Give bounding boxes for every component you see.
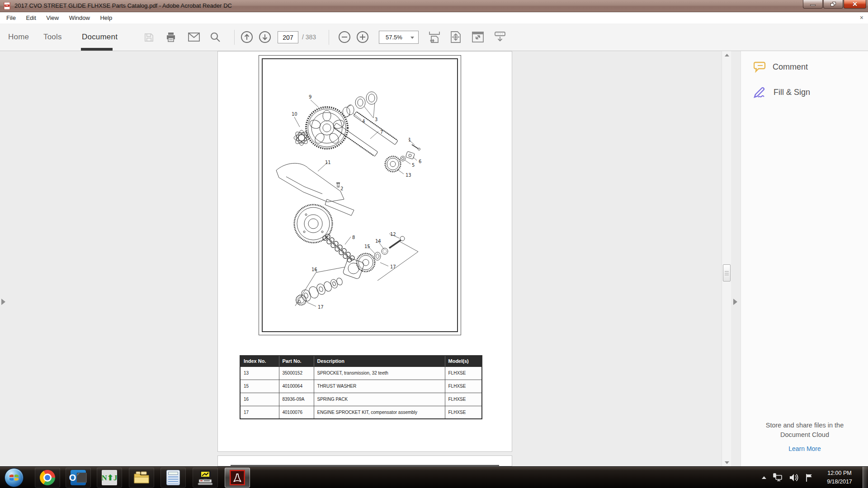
- outlook-icon: O⬛: [71, 470, 86, 485]
- windows-logo-icon: [9, 473, 19, 483]
- fit-width-button[interactable]: [429, 23, 440, 51]
- diagram-callout: 13: [406, 173, 411, 178]
- minimize-button[interactable]: [803, 0, 823, 9]
- toolbar-divider: [329, 30, 329, 45]
- window-title: 2017 CVO STREET GLIDE FLHXSE Parts Catal…: [14, 0, 232, 12]
- learn-more-link[interactable]: Learn More: [748, 445, 861, 452]
- menu-file[interactable]: File: [2, 12, 20, 23]
- pdf-page: 910347165131128121415171617 Index No. Pa…: [217, 51, 512, 452]
- document-viewport: 910347165131128121415171617 Index No. Pa…: [0, 51, 741, 466]
- save-button[interactable]: [144, 23, 154, 51]
- diagram-callout: 15: [364, 244, 370, 249]
- comment-icon: [754, 61, 766, 73]
- network-icon[interactable]: [773, 473, 783, 482]
- menu-view[interactable]: View: [42, 12, 63, 23]
- start-button[interactable]: [5, 468, 24, 487]
- fullscreen-button[interactable]: [472, 23, 484, 51]
- table-row: 1740100076ENGINE SPROCKET KIT, compensat…: [240, 406, 482, 419]
- page-number-input[interactable]: [278, 31, 298, 43]
- pdf-file-icon: [4, 2, 11, 9]
- col-header-part: Part No.: [279, 356, 314, 366]
- diagram-callout: 6: [419, 159, 421, 164]
- taskbar-clock[interactable]: 12:00 PM 9/18/2017: [819, 469, 860, 486]
- search-button[interactable]: [210, 23, 221, 51]
- pdf-page-next: [217, 455, 512, 466]
- hide-toolbar-button[interactable]: [494, 23, 506, 51]
- monitor-app-icon: [197, 470, 213, 485]
- scroll-up-button[interactable]: [722, 51, 731, 59]
- taskbar-explorer-button[interactable]: [129, 468, 154, 488]
- nj-app-icon: N⬆J: [102, 470, 117, 485]
- diagram-callout: 12: [390, 232, 396, 237]
- tab-tools[interactable]: Tools: [43, 23, 62, 51]
- right-panel-toggle[interactable]: [733, 299, 737, 305]
- close-button[interactable]: ✕: [844, 0, 866, 9]
- diagram-callout: 8: [352, 235, 355, 240]
- document-cloud-promo: Store and share files in the Document Cl…: [748, 421, 861, 440]
- scroll-down-button[interactable]: [722, 459, 731, 466]
- zoom-level-select[interactable]: 57.5%: [379, 31, 419, 44]
- diagram-callout: 10: [292, 112, 297, 117]
- tool-comment[interactable]: Comment: [754, 61, 808, 73]
- system-tray: 12:00 PM 9/18/2017: [759, 467, 868, 488]
- left-panel-toggle[interactable]: [1, 299, 5, 305]
- action-center-flag-icon[interactable]: [805, 473, 813, 482]
- previous-page-button[interactable]: [241, 23, 253, 51]
- tool-fill-sign[interactable]: Fill & Sign: [754, 86, 810, 98]
- main-toolbar: Home Tools Document / 383: [0, 23, 868, 51]
- show-desktop-button[interactable]: [863, 467, 868, 488]
- diagram-callout: 17: [318, 305, 324, 310]
- chrome-icon: [40, 470, 55, 485]
- menu-edit[interactable]: Edit: [22, 12, 40, 23]
- table-row: 1683936-09ASPRING PACKFLHXSE: [240, 393, 482, 406]
- diagram-callout: 14: [375, 239, 381, 244]
- menu-bar: File Edit View Window Help ×: [0, 12, 868, 23]
- fit-page-button[interactable]: [450, 23, 461, 51]
- parts-table-body: 1335000152SPROCKET, transmission, 32 tee…: [240, 366, 482, 419]
- page-total-label: / 383: [302, 23, 316, 51]
- next-page-button[interactable]: [259, 23, 271, 51]
- show-hidden-icons-button[interactable]: [762, 476, 766, 479]
- diagram-callout: 7: [380, 130, 383, 135]
- zoom-in-button[interactable]: [356, 23, 369, 51]
- toolbar-divider: [234, 30, 235, 45]
- menu-window[interactable]: Window: [65, 12, 94, 23]
- volume-icon[interactable]: [789, 473, 799, 482]
- tab-home[interactable]: Home: [8, 23, 29, 51]
- close-document-icon[interactable]: ×: [860, 12, 863, 23]
- diagram-callout: 1: [408, 137, 411, 142]
- active-tab-underline: [81, 48, 113, 51]
- print-button[interactable]: [165, 23, 176, 51]
- taskbar-monitor-app-button[interactable]: [193, 468, 218, 488]
- taskbar-chrome-button[interactable]: [35, 468, 60, 488]
- tools-panel: Comment Fill & Sign Store and share file…: [741, 51, 868, 466]
- exploded-parts-diagram: 910347165131128121415171617: [259, 56, 461, 335]
- table-row: 1540100064THRUST WASHERFLHXSE: [240, 380, 482, 393]
- tab-document[interactable]: Document: [82, 23, 118, 51]
- restore-button[interactable]: [823, 0, 843, 9]
- scroll-thumb[interactable]: [723, 264, 731, 282]
- diagram-callout: 5: [412, 163, 415, 168]
- zoom-level-value: 57.5%: [386, 31, 402, 43]
- taskbar-outlook-button[interactable]: O⬛: [66, 468, 91, 488]
- taskbar-calculator-button[interactable]: [160, 468, 186, 488]
- diagram-callout: 17: [390, 264, 396, 269]
- col-header-models: Model(s): [445, 356, 482, 366]
- zoom-out-button[interactable]: [338, 23, 351, 51]
- taskbar-adobe-reader-button[interactable]: [225, 468, 250, 488]
- email-button[interactable]: [188, 23, 200, 51]
- chevron-down-icon: [410, 37, 414, 39]
- diagram-frame: 910347165131128121415171617: [259, 55, 461, 335]
- table-header-row: Index No. Part No. Description Model(s): [240, 356, 482, 366]
- taskbar-nj-app-button[interactable]: N⬆J: [97, 468, 122, 488]
- vertical-scrollbar[interactable]: [722, 51, 731, 466]
- menu-help[interactable]: Help: [96, 12, 116, 23]
- fill-sign-icon: [754, 86, 767, 98]
- clock-date: 9/18/2017: [819, 478, 860, 486]
- diagram-callout: 11: [325, 160, 331, 165]
- col-header-index: Index No.: [240, 356, 279, 366]
- tool-comment-label: Comment: [773, 62, 808, 72]
- folder-icon: [133, 471, 150, 484]
- title-bar: 2017 CVO STREET GLIDE FLHXSE Parts Catal…: [0, 0, 868, 12]
- taskbar: O⬛ N⬆J: [0, 466, 868, 488]
